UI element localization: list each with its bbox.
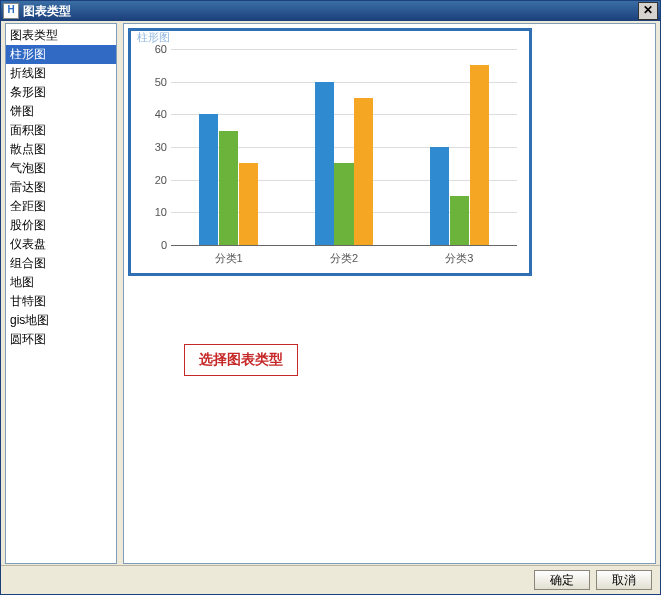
chart-bar: [354, 98, 373, 245]
x-tick-label: 分类1: [199, 251, 259, 266]
list-item[interactable]: 饼图: [6, 102, 116, 121]
preview-panel: 柱形图 0102030405060分类1分类2分类3 选择图表类型: [123, 23, 656, 564]
y-tick-label: 0: [143, 239, 167, 251]
x-tick-label: 分类3: [429, 251, 489, 266]
chart-bar: [450, 196, 469, 245]
x-tick-label: 分类2: [314, 251, 374, 266]
chart-bar: [239, 163, 258, 245]
chart-bar: [334, 163, 353, 245]
y-tick-label: 60: [143, 43, 167, 55]
list-item[interactable]: 柱形图: [6, 45, 116, 64]
list-item[interactable]: 地图: [6, 273, 116, 292]
list-item[interactable]: 折线图: [6, 64, 116, 83]
gridline: [171, 114, 517, 115]
chart-frame: 柱形图 0102030405060分类1分类2分类3: [128, 28, 532, 276]
dialog-window: H 图表类型 ✕ 图表类型 柱形图折线图条形图饼图面积图散点图气泡图雷达图全距图…: [0, 0, 661, 595]
list-item[interactable]: 雷达图: [6, 178, 116, 197]
y-tick-label: 20: [143, 174, 167, 186]
list-item[interactable]: gis地图: [6, 311, 116, 330]
ok-button[interactable]: 确定: [534, 570, 590, 590]
y-tick-label: 40: [143, 108, 167, 120]
list-item[interactable]: 全距图: [6, 197, 116, 216]
close-button[interactable]: ✕: [638, 2, 658, 20]
gridline: [171, 245, 517, 246]
cancel-button[interactable]: 取消: [596, 570, 652, 590]
list-item[interactable]: 条形图: [6, 83, 116, 102]
gridline: [171, 49, 517, 50]
chart-type-list[interactable]: 图表类型 柱形图折线图条形图饼图面积图散点图气泡图雷达图全距图股价图仪表盘组合图…: [5, 23, 117, 564]
title-bar: H 图表类型 ✕: [1, 1, 660, 21]
chart-plot: 0102030405060分类1分类2分类3: [171, 49, 517, 245]
list-item[interactable]: 气泡图: [6, 159, 116, 178]
list-item[interactable]: 甘特图: [6, 292, 116, 311]
gridline: [171, 82, 517, 83]
app-icon: H: [3, 3, 19, 19]
y-tick-label: 10: [143, 206, 167, 218]
chart-bar: [315, 82, 334, 245]
instruction-callout: 选择图表类型: [184, 344, 298, 376]
list-item[interactable]: 股价图: [6, 216, 116, 235]
chart-bar: [199, 114, 218, 245]
window-title: 图表类型: [23, 3, 638, 20]
y-tick-label: 50: [143, 76, 167, 88]
chart-bar: [470, 65, 489, 245]
client-area: 图表类型 柱形图折线图条形图饼图面积图散点图气泡图雷达图全距图股价图仪表盘组合图…: [5, 23, 656, 564]
list-item[interactable]: 圆环图: [6, 330, 116, 349]
list-item[interactable]: 组合图: [6, 254, 116, 273]
button-bar: 确定 取消: [1, 565, 660, 594]
chart-bar: [430, 147, 449, 245]
list-item[interactable]: 散点图: [6, 140, 116, 159]
list-item[interactable]: 面积图: [6, 121, 116, 140]
list-item[interactable]: 仪表盘: [6, 235, 116, 254]
chart-bar: [219, 131, 238, 245]
list-header: 图表类型: [6, 26, 116, 45]
y-tick-label: 30: [143, 141, 167, 153]
